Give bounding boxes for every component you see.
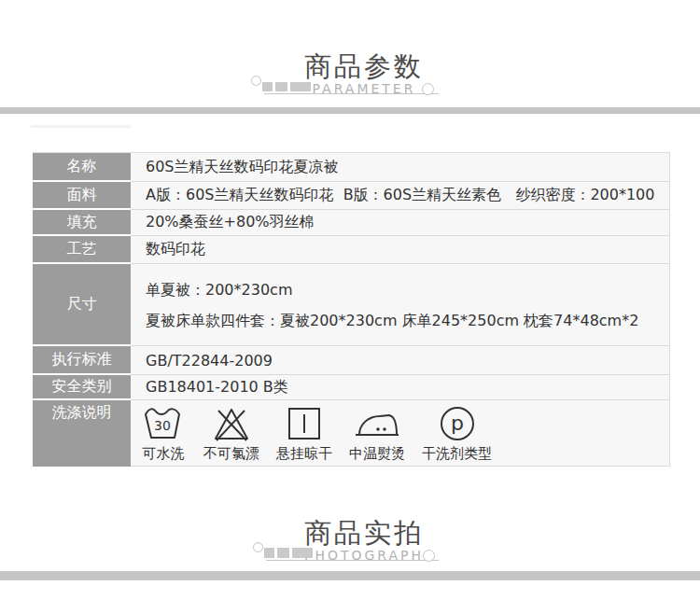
deco-square-1 [262,82,273,91]
hang-dry-icon [284,404,325,443]
care-label: 干洗剂类型 [422,445,492,463]
row-value-fabric: A版：60S兰精天丝数码印花 B版：60S兰精天丝素色 纱织密度：200*100 [131,182,670,210]
dry-clean-p-icon: p [436,404,479,443]
row-label-safety: 安全类别 [33,375,131,400]
care-label: 悬挂晾干 [276,445,332,463]
care-item-dry-clean: p 干洗剂类型 [422,404,492,463]
care-item-iron-medium: 中温熨烫 [349,404,405,463]
size-line-2: 夏被床单款四件套：夏被200*230cm 床单245*250cm 枕套74*48… [146,305,638,336]
table-row-safety: 安全类别 GB18401-2010 B类 [33,375,670,400]
row-value-standard: GB/T22844-2009 [131,346,670,375]
row-label-standard: 执行标准 [33,346,131,375]
care-label: 可水洗 [143,445,185,463]
row-label-size: 尺寸 [33,264,131,346]
row-label-filling: 填充 [33,210,131,236]
deco-square-3 [292,548,313,558]
row-value-size: 单夏被：200*230cm 夏被床单款四件套：夏被200*230cm 床单245… [131,264,670,346]
parameters-section-title: 商品参数 [28,49,700,86]
care-item-washable: 30 可水洗 [140,404,187,463]
care-label: 中温熨烫 [349,445,405,463]
row-label-name: 名称 [33,153,131,182]
section-divider-bar-bottom [0,571,700,580]
deco-square-2 [277,548,289,558]
row-value-name: 60S兰精天丝数码印花夏凉被 [131,153,670,182]
deco-square-3 [290,82,311,91]
deco-underline [264,93,439,94]
table-row-washing: 洗涤说明 30 可水洗 不可氯漂 [33,400,670,467]
care-label: 不可氯漂 [203,445,259,463]
size-line-1: 单夏被：200*230cm [146,274,292,305]
table-row-craft: 工艺 数码印花 [33,236,670,264]
care-item-hang-dry: 悬挂晾干 [276,404,332,463]
parameter-table: 名称 60S兰精天丝数码印花夏凉被 面料 A版：60S兰精天丝数码印花 B版：6… [33,152,670,467]
row-label-washing: 洗涤说明 [33,400,131,467]
faint-divider [31,125,131,128]
row-value-filling: 20%桑蚕丝+80%羽丝棉 [131,210,670,236]
no-bleach-icon [208,404,255,443]
table-row-standard: 执行标准 GB/T22844-2009 [33,346,670,375]
iron-medium-icon [352,404,402,443]
table-row-fabric: 面料 A版：60S兰精天丝数码印花 B版：60S兰精天丝素色 纱织密度：200*… [33,182,670,210]
svg-text:30: 30 [154,418,171,433]
deco-circle-right [422,83,434,95]
row-value-washing: 30 可水洗 不可氯漂 [131,400,670,467]
row-label-fabric: 面料 [33,182,131,210]
photograph-section-title: 商品实拍 [28,515,700,552]
product-parameter-page: 商品参数 PARAMETER 名称 60S兰精天丝数码印花夏凉被 面料 A版：6… [0,0,700,600]
row-label-craft: 工艺 [33,236,131,264]
deco-underline [266,560,439,561]
table-row-filling: 填充 20%桑蚕丝+80%羽丝棉 [33,210,670,236]
deco-square-1 [264,548,274,558]
deco-circle-left [253,542,263,552]
row-value-safety: GB18401-2010 B类 [131,375,670,400]
row-value-craft: 数码印花 [131,236,670,264]
section-divider-bar-top [0,107,700,114]
table-row-size: 尺寸 单夏被：200*230cm 夏被床单款四件套：夏被200*230cm 床单… [33,264,670,346]
deco-square-2 [275,82,287,91]
svg-text:p: p [451,412,464,435]
wash-30-icon: 30 [140,404,187,443]
table-row-name: 名称 60S兰精天丝数码印花夏凉被 [33,153,670,182]
deco-circle-right [423,550,435,562]
deco-circle-left [251,76,261,86]
care-item-no-bleach: 不可氯漂 [203,404,259,463]
